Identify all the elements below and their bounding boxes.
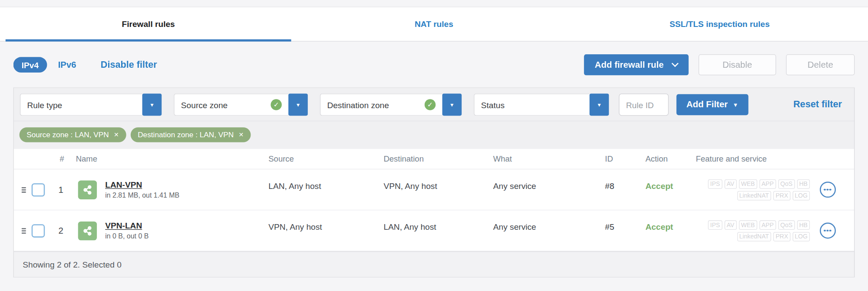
source-zone-dropdown-value[interactable]: Source zone ✓ bbox=[174, 93, 288, 116]
rule-id: #8 bbox=[602, 181, 637, 191]
row-menu-ellipsis-button[interactable] bbox=[819, 222, 835, 238]
feature-badge: LOG bbox=[792, 232, 810, 241]
row-number: 1 bbox=[48, 185, 74, 195]
rule-source: VPN, Any host bbox=[266, 222, 381, 231]
status-dropdown[interactable]: Status ▾ bbox=[474, 93, 609, 116]
active-filter-chips: Source zone : LAN, VPN ✕ Destination zon… bbox=[14, 121, 854, 149]
feature-badges: IPS AV WEB APP QoS HB LinkedNAT PRX LOG bbox=[688, 179, 815, 200]
rule-id: #5 bbox=[602, 222, 637, 231]
firewall-rules-page: Firewall rules NAT rules SSL/TLS inspect… bbox=[0, 0, 868, 291]
col-header-action: Action bbox=[637, 155, 688, 163]
status-dropdown-value[interactable]: Status bbox=[474, 93, 589, 116]
tab-firewall-rules[interactable]: Firewall rules bbox=[6, 7, 291, 41]
rule-action: Accept bbox=[637, 222, 688, 231]
destination-zone-dropdown-arrow-icon[interactable]: ▾ bbox=[442, 93, 462, 116]
filter-chip-label: Source zone : LAN, VPN bbox=[26, 131, 109, 139]
row-checkbox[interactable] bbox=[32, 224, 45, 238]
rule-name-link[interactable]: VPN-LAN bbox=[105, 221, 149, 231]
chevron-down-icon bbox=[672, 60, 679, 66]
feature-badge: LOG bbox=[792, 191, 810, 200]
row-number: 2 bbox=[48, 225, 74, 235]
feature-badge: HB bbox=[797, 220, 810, 230]
rule-type-dropdown-arrow-icon[interactable]: ▾ bbox=[142, 93, 162, 116]
feature-badge: PRX bbox=[773, 232, 790, 241]
share-icon bbox=[81, 184, 93, 196]
drag-handle-icon[interactable] bbox=[22, 187, 26, 192]
add-firewall-rule-button[interactable]: Add firewall rule bbox=[584, 54, 689, 75]
drag-handle-icon[interactable] bbox=[22, 228, 26, 234]
rule-source: LAN, Any host bbox=[266, 181, 381, 191]
feature-badge: LinkedNAT bbox=[737, 232, 771, 241]
destination-zone-dropdown-value[interactable]: Destination zone ✓ bbox=[320, 93, 442, 116]
add-filter-label: Add Filter bbox=[686, 99, 728, 109]
remove-chip-icon[interactable]: ✕ bbox=[239, 131, 244, 139]
feature-badge: PRX bbox=[773, 191, 790, 200]
filter-chip-destination-zone: Destination zone : LAN, VPN ✕ bbox=[131, 127, 251, 142]
source-zone-check-icon: ✓ bbox=[271, 99, 281, 110]
remove-chip-icon[interactable]: ✕ bbox=[114, 131, 119, 139]
table-row: 1 LAN-VPN in 2.81 MB, out 1.41 MB LAN, A… bbox=[14, 169, 854, 210]
rule-name-link[interactable]: LAN-VPN bbox=[105, 180, 179, 189]
destination-zone-dropdown[interactable]: Destination zone ✓ ▾ bbox=[320, 93, 462, 116]
triangle-down-icon: ▼ bbox=[733, 102, 738, 108]
feature-badge: APP bbox=[759, 179, 776, 188]
status-dropdown-arrow-icon[interactable]: ▾ bbox=[590, 93, 609, 116]
destination-zone-check-icon: ✓ bbox=[425, 99, 436, 110]
rule-traffic: in 0 B, out 0 B bbox=[105, 232, 149, 240]
add-filter-button[interactable]: Add Filter ▼ bbox=[677, 94, 748, 115]
tab-bar: Firewall rules NAT rules SSL/TLS inspect… bbox=[0, 7, 868, 41]
rule-destination: LAN, Any host bbox=[381, 222, 491, 231]
rule-what: Any service bbox=[491, 181, 602, 191]
disable-button[interactable]: Disable bbox=[699, 54, 776, 75]
rule-type-dropdown-value[interactable]: Rule type bbox=[20, 93, 142, 116]
feature-badge: HB bbox=[797, 179, 810, 188]
destination-zone-label: Destination zone bbox=[327, 100, 389, 109]
controls-row: IPv4 IPv6 Disable filter Add firewall ru… bbox=[13, 53, 855, 76]
table-header: # Name Source Destination What ID Action… bbox=[14, 149, 854, 169]
col-header-what: What bbox=[491, 155, 602, 163]
table-row: 2 VPN-LAN in 0 B, out 0 B VPN, Any host bbox=[14, 210, 854, 251]
rule-name-block: VPN-LAN in 0 B, out 0 B bbox=[105, 221, 149, 241]
rules-panel: Rule type ▾ Source zone ✓ ▾ Destination … bbox=[13, 87, 855, 277]
rule-id-input[interactable] bbox=[619, 93, 669, 116]
filter-area: Rule type ▾ Source zone ✓ ▾ Destination … bbox=[14, 88, 854, 149]
col-header-source: Source bbox=[266, 155, 381, 163]
col-header-feature-and-service: Feature and service bbox=[688, 155, 815, 163]
rule-what: Any service bbox=[491, 222, 602, 231]
col-header-name: Name bbox=[74, 155, 267, 163]
rule-name-block: LAN-VPN in 2.81 MB, out 1.41 MB bbox=[105, 180, 179, 199]
col-header-id: ID bbox=[602, 155, 637, 163]
col-header-number: # bbox=[48, 155, 74, 163]
ipv4-toggle[interactable]: IPv4 bbox=[13, 57, 47, 73]
reset-filter-link[interactable]: Reset filter bbox=[793, 99, 842, 110]
feature-badge: IPS bbox=[708, 220, 723, 230]
source-zone-dropdown[interactable]: Source zone ✓ ▾ bbox=[174, 93, 308, 116]
row-count-summary: Showing 2 of 2. Selected 0 bbox=[23, 260, 122, 269]
feature-badge: AV bbox=[724, 179, 736, 188]
disable-filter-link[interactable]: Disable filter bbox=[101, 59, 157, 70]
filter-chip-source-zone: Source zone : LAN, VPN ✕ bbox=[20, 127, 126, 142]
feature-badge: LinkedNAT bbox=[737, 191, 771, 200]
rule-type-dropdown[interactable]: Rule type ▾ bbox=[20, 93, 162, 116]
tab-ssl-tls-inspection-rules[interactable]: SSL/TLS inspection rules bbox=[577, 7, 862, 41]
rule-name-cell: LAN-VPN in 2.81 MB, out 1.41 MB bbox=[74, 180, 267, 199]
feature-badge: QoS bbox=[778, 220, 795, 230]
feature-badge: WEB bbox=[739, 179, 757, 188]
col-header-destination: Destination bbox=[381, 155, 491, 163]
filter-row: Rule type ▾ Source zone ✓ ▾ Destination … bbox=[14, 88, 854, 121]
filter-chip-label: Destination zone : LAN, VPN bbox=[138, 131, 234, 139]
source-zone-dropdown-arrow-icon[interactable]: ▾ bbox=[288, 93, 308, 116]
network-rule-icon bbox=[78, 221, 97, 240]
feature-badges: IPS AV WEB APP QoS HB LinkedNAT PRX LOG bbox=[688, 220, 815, 241]
row-menu-ellipsis-button[interactable] bbox=[819, 182, 835, 198]
rule-name-cell: VPN-LAN in 0 B, out 0 B bbox=[74, 221, 267, 241]
ipv6-toggle[interactable]: IPv6 bbox=[58, 60, 76, 70]
tab-nat-rules[interactable]: NAT rules bbox=[291, 7, 577, 41]
feature-badge: IPS bbox=[708, 179, 723, 188]
delete-button[interactable]: Delete bbox=[786, 54, 855, 75]
row-checkbox[interactable] bbox=[32, 183, 45, 196]
network-rule-icon bbox=[78, 180, 97, 199]
feature-badge: WEB bbox=[739, 220, 757, 230]
rule-traffic: in 2.81 MB, out 1.41 MB bbox=[105, 192, 179, 199]
feature-badge: AV bbox=[724, 220, 736, 230]
